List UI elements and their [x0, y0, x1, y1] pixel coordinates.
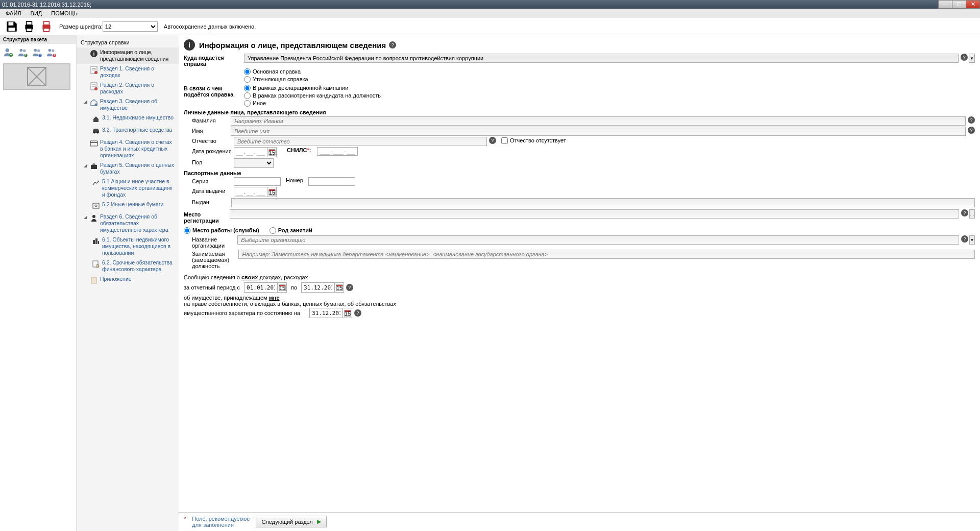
nav-section-6-1[interactable]: 6.1. Объекты недвижимого имущества, нахо…	[77, 235, 179, 258]
nav-section-6-2[interactable]: 6.2. Срочные обязательства финансового х…	[77, 258, 179, 274]
radio-occupation[interactable]: Род занятий	[270, 227, 312, 234]
position-input[interactable]	[238, 250, 975, 259]
svg-text:i: i	[93, 51, 94, 57]
org-input[interactable]	[237, 235, 959, 245]
bonds-icon	[91, 201, 101, 210]
expand-arrow-icon[interactable]: ◢	[84, 213, 89, 220]
radio-clarify-ref[interactable]: Уточняющая справка	[244, 76, 975, 83]
property-icon	[89, 98, 99, 107]
help-icon[interactable]: ?	[961, 209, 968, 216]
document-icon	[89, 82, 99, 91]
form-panel: i Информация о лице, представляющем свед…	[179, 35, 980, 531]
calendar-icon[interactable]: 15	[267, 148, 276, 157]
middlename-input[interactable]	[234, 137, 487, 146]
passport-series-input[interactable]	[234, 177, 281, 186]
svg-point-15	[34, 49, 37, 52]
calendar-icon[interactable]: 15	[334, 283, 344, 292]
nav-section-3-1[interactable]: 3.1. Недвижимое имущество	[77, 113, 179, 125]
print-button[interactable]	[21, 19, 37, 34]
people-blue-icon[interactable]: +	[32, 47, 43, 58]
period-from-input[interactable]: 15	[244, 282, 287, 293]
svg-rect-43	[93, 203, 99, 208]
radio-workplace[interactable]: Место работы (службы)	[184, 227, 259, 234]
firstname-input[interactable]	[231, 127, 966, 136]
calendar-icon[interactable]: 15	[342, 308, 352, 318]
nav-section-5-1[interactable]: 5.1 Акции и иное участие в коммерческих …	[77, 177, 179, 200]
nav-section-1[interactable]: Раздел 1. Сведения о доходах	[77, 64, 179, 80]
svg-rect-4	[27, 28, 32, 32]
browse-button[interactable]: …	[969, 209, 975, 219]
people-red-icon[interactable]: +	[46, 47, 57, 58]
personal-data-header: Личные данные лица, представляющего свед…	[184, 109, 975, 115]
menu-help[interactable]: ПОМОЩЬ	[46, 10, 82, 16]
issued-by-input[interactable]	[231, 198, 975, 207]
asof-date-input[interactable]: 15	[309, 308, 352, 318]
nav-info-person[interactable]: i Информация о лице, представляющем свед…	[77, 47, 179, 64]
svg-point-11	[20, 49, 23, 52]
expand-arrow-icon[interactable]: ◢	[84, 162, 89, 168]
where-value[interactable]: Управление Президента Российской Федерац…	[244, 54, 959, 63]
document-icon	[89, 65, 99, 75]
nav-section-6[interactable]: ◢ Раздел 6. Сведения об обязательствах и…	[77, 212, 179, 235]
issue-date-input[interactable]: 15	[234, 187, 277, 197]
nav-section-3[interactable]: ◢ Раздел 3. Сведения об имуществе	[77, 96, 179, 113]
report-text: Сообщаю сведения о своих доходах, расход…	[184, 274, 975, 280]
font-size-select[interactable]: 12	[103, 21, 158, 32]
thumbnail-placeholder[interactable]	[3, 63, 70, 90]
card-icon	[89, 139, 99, 148]
radio-main-ref[interactable]: Основная справка	[244, 68, 975, 76]
reference-structure-header: Структура справки	[77, 37, 179, 47]
close-button[interactable]: ✕	[966, 0, 980, 9]
help-icon[interactable]: ?	[961, 235, 968, 243]
nav-section-2[interactable]: Раздел 2. Сведения о расходах	[77, 80, 179, 96]
svg-rect-48	[98, 241, 99, 244]
help-icon[interactable]: ?	[346, 284, 353, 291]
snils-input[interactable]	[317, 147, 358, 156]
radio-campaign[interactable]: В рамках декларационной кампании	[244, 84, 975, 92]
help-icon[interactable]: ?	[968, 116, 975, 124]
registration-input[interactable]	[230, 209, 959, 219]
nav-appendix[interactable]: Приложение	[77, 274, 179, 286]
period-to-input[interactable]: 15	[301, 282, 344, 293]
svg-rect-39	[90, 141, 97, 146]
form-footer: * Поле, рекомендуемоедля заполнения След…	[179, 512, 980, 531]
passport-header: Паспортные данные	[184, 170, 975, 176]
person-add-icon[interactable]: +	[3, 47, 14, 58]
nav-section-3-2[interactable]: 3.2. Транспортные средства	[77, 125, 179, 137]
expand-arrow-icon[interactable]: ◢	[84, 98, 89, 104]
svg-text:15: 15	[344, 310, 350, 317]
nav-section-4[interactable]: Раздел 4. Сведения о счетах в банках и и…	[77, 137, 179, 160]
passport-number-input[interactable]	[308, 177, 355, 186]
dob-input[interactable]: 15	[234, 147, 277, 157]
calendar-icon[interactable]: 15	[267, 187, 276, 197]
nav-section-5[interactable]: ◢ Раздел 5. Сведения о ценных бумагах	[77, 160, 179, 177]
people-icon[interactable]: +	[17, 47, 29, 58]
svg-rect-42	[93, 164, 95, 165]
nav-section-5-2[interactable]: 5.2 Иные ценные бумаги	[77, 200, 179, 212]
calendar-icon[interactable]: 15	[277, 283, 286, 292]
no-middlename-checkbox[interactable]: Отчество отсутствует	[501, 137, 566, 144]
svg-point-35	[94, 87, 97, 90]
next-section-button[interactable]: Следующий раздел▶	[256, 516, 326, 527]
footnote: Поле, рекомендуемоедля заполнения	[192, 516, 250, 528]
help-icon[interactable]: ?	[489, 137, 496, 144]
radio-other[interactable]: Иное	[244, 100, 975, 107]
dropdown-button[interactable]: ▼	[969, 235, 975, 245]
print-red-button[interactable]	[39, 19, 54, 34]
arrow-right-icon: ▶	[317, 518, 321, 525]
maximize-button[interactable]: ☐	[952, 0, 966, 9]
menu-file[interactable]: ФАЙЛ	[1, 10, 26, 16]
help-icon[interactable]: ?	[354, 309, 361, 317]
dropdown-button[interactable]: ▼	[969, 54, 975, 63]
toolbar: Размер шрифта: 12 Автосохранение данных …	[0, 18, 980, 35]
autosave-status: Автосохранение данных включено.	[164, 23, 256, 30]
lastname-input[interactable]	[231, 116, 966, 126]
save-button[interactable]	[4, 19, 19, 34]
help-icon[interactable]: ?	[389, 41, 396, 49]
gender-select[interactable]	[234, 158, 274, 168]
radio-candidate[interactable]: В рамках рассмотрения кандидата на должн…	[244, 92, 975, 100]
help-icon[interactable]: ?	[961, 54, 968, 61]
help-icon[interactable]: ?	[968, 127, 975, 134]
menu-view[interactable]: ВИД	[26, 10, 47, 16]
minimize-button[interactable]: ─	[938, 0, 952, 9]
